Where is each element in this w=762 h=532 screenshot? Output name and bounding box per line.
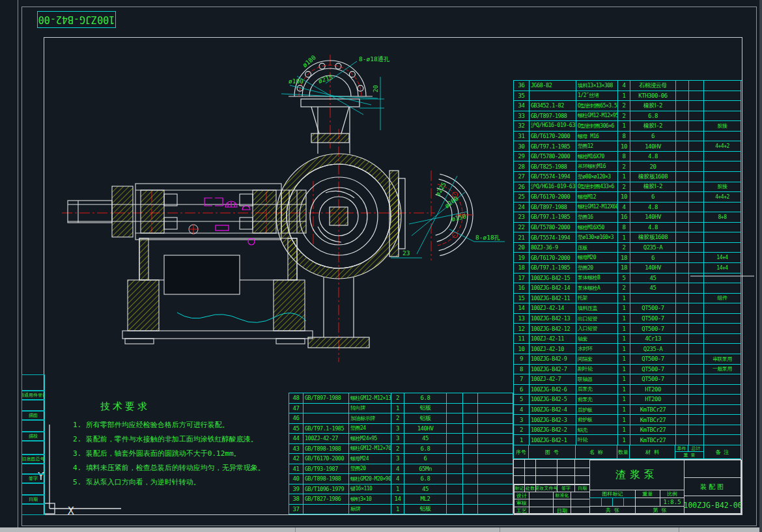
bom-row: 42 GB/T6170-2000 螺母M24 3 6 [289, 454, 514, 464]
bom-row: 10 100ZJ-42-10 水封环 1 Q235-A [514, 344, 742, 354]
border-box [21, 503, 45, 515]
bom-row: 8 100ZJG-B42-7 副叶轮 1 QT500-7 一般泵用 [514, 365, 742, 375]
bom-row: 4 100ZJG-B42-4 后护板 1 KmTBCr27 [514, 405, 742, 415]
bom-row: 38 GB/T827-1986 铆钉3×10 14 ML2 [289, 494, 514, 505]
sheet-total: 共 张 [589, 506, 636, 514]
bom-row: 32 沪Q/HG16-019-63 O型密封圈306×6 1 橡胶Ⅰ-2 胶接 [514, 121, 742, 132]
bom-row: 11 100ZJ-42-11 轴套 1 4Cr13 [514, 334, 742, 344]
bom-row: 45 GB/T97.1-1985 垫圈24 3 140HV [289, 424, 514, 434]
border-box [21, 419, 45, 432]
bom-row: 30 GB/T97.1-1985 垫圈12 10 140HV 4+4+2 [514, 141, 742, 152]
bom-row: 48 GB/T897-1988 螺柱GM12-M12×135 2 6.8 [289, 393, 514, 404]
bom-row: 40 GB/T898-1988 螺柱GM20-M20×90 4 6.8 [289, 474, 514, 484]
bom-row: 46 加油标示牌 2 铝板 [289, 413, 514, 424]
bom-row: 18 GB/T97.1-1985 垫圈20 18 140HV 14+4 [514, 263, 742, 273]
bom-row: 16 100ZJG-B42-14 泵体螺栓A 2 45 [514, 283, 742, 294]
bom-row: 15 100ZJG-B42-11 托架 1 组件 [514, 294, 742, 304]
bom-table-continuation: 48 GB/T897-1988 螺柱GM12-M12×135 2 6.8 47 … [289, 393, 514, 514]
window-bottom-bar[interactable] [0, 527, 762, 532]
bom-row: 19 GB/T6170-2000 螺母M20 18 6 14+4 [514, 253, 742, 263]
bom-row: 27 GB/T5574-1994 垫ø80×ø120×3 1 橡胶板1608 [514, 172, 742, 182]
bom-row: 7 100ZJ-42-7 联轴器 1 QT500-7 [514, 374, 742, 385]
bom-row: 35 1/2″丝堵 1 KTH300-06 [514, 91, 742, 102]
product-name: 渣浆泵 [589, 460, 684, 490]
bom-header: 序号 图 号 名 称 数量 材 料 单件 总计 重 量 备 注 [513, 445, 741, 459]
sheet-edge-line [18, 0, 18, 527]
bom-row: 21 GB/T5574-1994 垫ø130×ø160×3 1 橡胶板1608 [514, 232, 742, 243]
bom-row: 12 100ZJG-B42-12 入口短管 1 QT500-7 [514, 324, 742, 334]
scale-value: 1:8.5 [660, 497, 684, 507]
bom-row: 47 转向牌 1 铝板 [289, 404, 514, 414]
bom-row: 43 GB/T898-1988 螺柱GM12-M12×70 2 6.8 [289, 444, 514, 455]
revision-grid [514, 460, 590, 484]
sign-label-process: 工艺 [514, 507, 529, 514]
bom-row: 2 100ZJG-B42-2 蜗壳 1 KmTBCr27 [514, 425, 742, 436]
bom-row: 6 100ZJG-B42-6 后泵壳 1 HT200 [514, 385, 742, 395]
drawing-number: 100ZJG-B42-00 [684, 496, 742, 514]
bom-row: 41 GB/T93-1987 垫圈20 4 65Mn [289, 464, 514, 475]
sign-label-date: 日期 [553, 507, 571, 514]
bom-row: 17 100ZJG-B42-15 泵体螺栓B 5 45 [514, 273, 742, 284]
sheet-page: 第 张 [635, 506, 684, 514]
bom-row: 34 GB3452.1-82 O型密封圈65×3.55 2 橡胶Ⅰ-2 [514, 101, 742, 111]
cad-viewport[interactable]: ø100 ø180 ø215 8-ø18通孔 20 [0, 0, 762, 532]
bom-row: 13 100ZJG-B42-13 出口短管 1 QT500-7 [514, 314, 742, 324]
bom-row: 14 100ZJ-42-14 填料压盖 1 QT500-7 [514, 303, 742, 314]
bom-row: 44 100ZJ-42-27 螺栓M24×95 3 45 [289, 434, 514, 444]
bom-table-main: 36 JG68-82 填料13×13×308 4 石棉浸云母 35 1/2″丝堵… [513, 80, 742, 445]
bom-row: 3 100ZJG-B42-3 前护板 1 KmTBCr27 [514, 415, 742, 425]
bom-row: 36 JG68-82 填料13×13×308 4 石棉浸云母 [514, 81, 742, 91]
bom-row: 25 GB/T6170-2000 螺母M12 10 6 4+4+2 [514, 192, 742, 203]
bom-row: 31 GB/T6170-2000 螺母 M16 8 6 [514, 132, 742, 142]
bom-row: 23 GB/T97.1-1985 垫圈16 16 140HV 8+8 [514, 212, 742, 223]
bom-row: 26 沪Q/HG16-019-63 O型密封圈433×6 2 橡胶Ⅰ-2 胶接 [514, 182, 742, 193]
border-box [21, 440, 45, 455]
bom-row: 1 100ZJG-B42-1 叶轮 1 KmTBCr27 [514, 435, 742, 445]
title-block: 标记 处数 更改文件号 签字 日期 设计 标准化 审核 工艺 日期 渣浆泵 图样… [513, 459, 741, 514]
drawing-type: 装配图 [684, 477, 742, 496]
bom-row: 5 100ZJG-B42-5 前泵壳 1 HT200 [514, 395, 742, 405]
bom-row: 33 GB/T897-1988 螺柱GM12-M12×95 2 6.8 [514, 111, 742, 122]
window-right-edge [759, 0, 762, 532]
bom-row: 22 GB/T5780-2000 螺栓M16X50 8 4.8 [514, 223, 742, 233]
bom-row: 24 GB/T897-1988 螺柱GM12-M12X60 4 4.8 [514, 203, 742, 213]
border-box [21, 374, 45, 391]
bom-row: 37 标牌 1 铝板 [289, 505, 514, 515]
bom-row: 39 GB/T1096-1979 键16×110 1 45 [289, 484, 514, 495]
bom-row: 20 80ZJ-36-9 压板 2 Q235-A [514, 243, 742, 253]
drawing-number-rotated: 100ZJG-B42-00 [37, 11, 116, 28]
bom-row: 28 GB/T825-1988 吊环螺钉M16 2 20 [514, 161, 742, 172]
bom-row: 29 GB/T5780-2000 螺栓M16X70 8 4.8 [514, 152, 742, 162]
bom-row: 9 100ZJG-B42-9 间隔套 1 QT500-7 串联泵用 [514, 354, 742, 365]
border-box [21, 483, 45, 496]
